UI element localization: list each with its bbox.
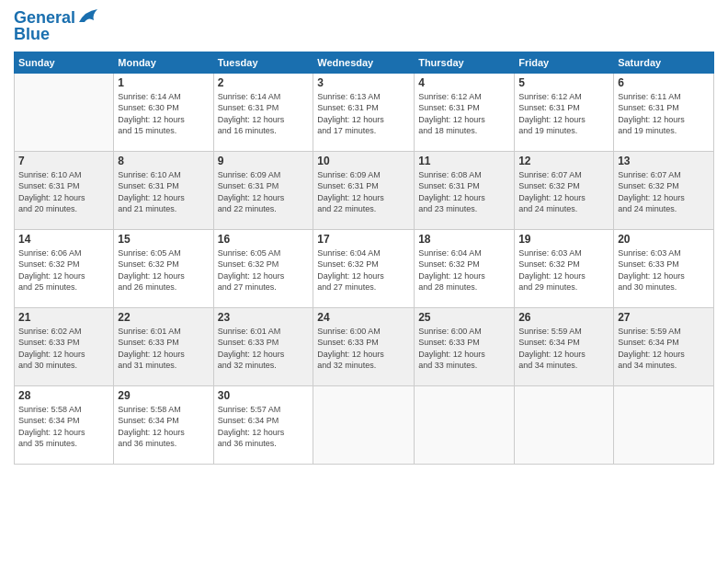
day-cell: 4Sunrise: 6:12 AM Sunset: 6:31 PM Daylig… <box>415 73 515 151</box>
day-cell: 6Sunrise: 6:11 AM Sunset: 6:31 PM Daylig… <box>614 73 714 151</box>
day-cell: 1Sunrise: 6:14 AM Sunset: 6:30 PM Daylig… <box>114 73 213 151</box>
day-number: 4 <box>418 76 510 89</box>
day-info: Sunrise: 6:05 AM Sunset: 6:32 PM Dayligh… <box>118 247 209 293</box>
day-number: 21 <box>18 311 109 324</box>
day-cell: 22Sunrise: 6:01 AM Sunset: 6:33 PM Dayli… <box>114 307 213 385</box>
day-number: 13 <box>618 155 710 167</box>
day-info: Sunrise: 6:04 AM Sunset: 6:32 PM Dayligh… <box>418 247 510 293</box>
day-number: 24 <box>317 311 410 324</box>
day-cell: 13Sunrise: 6:07 AM Sunset: 6:32 PM Dayli… <box>614 151 714 229</box>
week-row-5: 28Sunrise: 5:58 AM Sunset: 6:34 PM Dayli… <box>15 385 714 464</box>
day-cell: 14Sunrise: 6:06 AM Sunset: 6:32 PM Dayli… <box>15 229 114 307</box>
day-number: 25 <box>418 311 510 324</box>
page: General Blue SundayMondayTuesdayWednesda… <box>0 0 728 563</box>
day-info: Sunrise: 6:09 AM Sunset: 6:31 PM Dayligh… <box>317 169 410 215</box>
day-info: Sunrise: 6:14 AM Sunset: 6:31 PM Dayligh… <box>218 91 310 137</box>
col-header-saturday: Saturday <box>614 52 714 73</box>
day-cell: 28Sunrise: 5:58 AM Sunset: 6:34 PM Dayli… <box>15 385 114 464</box>
day-info: Sunrise: 6:00 AM Sunset: 6:33 PM Dayligh… <box>418 326 510 372</box>
day-info: Sunrise: 6:01 AM Sunset: 6:33 PM Dayligh… <box>218 326 310 372</box>
day-info: Sunrise: 6:06 AM Sunset: 6:32 PM Dayligh… <box>18 247 109 293</box>
day-cell: 16Sunrise: 6:05 AM Sunset: 6:32 PM Dayli… <box>213 229 313 307</box>
day-info: Sunrise: 6:08 AM Sunset: 6:31 PM Dayligh… <box>418 169 510 215</box>
day-number: 5 <box>518 76 609 89</box>
day-info: Sunrise: 6:03 AM Sunset: 6:33 PM Dayligh… <box>618 247 710 293</box>
day-info: Sunrise: 6:07 AM Sunset: 6:32 PM Dayligh… <box>518 169 609 215</box>
day-info: Sunrise: 5:58 AM Sunset: 6:34 PM Dayligh… <box>18 404 109 450</box>
day-number: 11 <box>418 155 510 167</box>
col-header-thursday: Thursday <box>415 52 515 73</box>
day-cell: 11Sunrise: 6:08 AM Sunset: 6:31 PM Dayli… <box>415 151 515 229</box>
day-info: Sunrise: 6:02 AM Sunset: 6:33 PM Dayligh… <box>18 326 109 372</box>
day-cell: 15Sunrise: 6:05 AM Sunset: 6:32 PM Dayli… <box>114 229 213 307</box>
day-cell: 19Sunrise: 6:03 AM Sunset: 6:32 PM Dayli… <box>515 229 614 307</box>
day-cell: 9Sunrise: 6:09 AM Sunset: 6:31 PM Daylig… <box>213 151 313 229</box>
day-cell <box>614 385 714 464</box>
day-cell: 27Sunrise: 5:59 AM Sunset: 6:34 PM Dayli… <box>614 307 714 385</box>
day-number: 1 <box>118 76 209 89</box>
day-info: Sunrise: 5:59 AM Sunset: 6:34 PM Dayligh… <box>518 326 609 372</box>
day-cell: 20Sunrise: 6:03 AM Sunset: 6:33 PM Dayli… <box>614 229 714 307</box>
day-number: 6 <box>618 76 710 89</box>
day-info: Sunrise: 6:04 AM Sunset: 6:32 PM Dayligh… <box>317 247 410 293</box>
header-row: SundayMondayTuesdayWednesdayThursdayFrid… <box>15 52 714 73</box>
day-number: 19 <box>518 233 609 246</box>
day-cell: 26Sunrise: 5:59 AM Sunset: 6:34 PM Dayli… <box>515 307 614 385</box>
day-cell <box>313 385 415 464</box>
day-info: Sunrise: 6:00 AM Sunset: 6:33 PM Dayligh… <box>317 326 410 372</box>
week-row-4: 21Sunrise: 6:02 AM Sunset: 6:33 PM Dayli… <box>15 307 714 385</box>
day-info: Sunrise: 6:12 AM Sunset: 6:31 PM Dayligh… <box>518 91 609 137</box>
day-number: 2 <box>218 76 310 89</box>
day-number: 12 <box>518 155 609 167</box>
day-info: Sunrise: 5:58 AM Sunset: 6:34 PM Dayligh… <box>118 404 209 450</box>
day-info: Sunrise: 6:09 AM Sunset: 6:31 PM Dayligh… <box>218 169 310 215</box>
day-cell: 12Sunrise: 6:07 AM Sunset: 6:32 PM Dayli… <box>515 151 614 229</box>
day-number: 10 <box>317 155 410 167</box>
day-number: 3 <box>317 76 410 89</box>
day-cell: 2Sunrise: 6:14 AM Sunset: 6:31 PM Daylig… <box>213 73 313 151</box>
col-header-friday: Friday <box>515 52 614 73</box>
day-number: 30 <box>218 389 310 402</box>
day-number: 8 <box>118 155 209 167</box>
day-cell: 29Sunrise: 5:58 AM Sunset: 6:34 PM Dayli… <box>114 385 213 464</box>
calendar-table: SundayMondayTuesdayWednesdayThursdayFrid… <box>14 52 714 465</box>
col-header-sunday: Sunday <box>15 52 114 73</box>
day-cell: 24Sunrise: 6:00 AM Sunset: 6:33 PM Dayli… <box>313 307 415 385</box>
day-number: 26 <box>518 311 609 324</box>
logo-text-blue: Blue <box>14 26 97 44</box>
week-row-3: 14Sunrise: 6:06 AM Sunset: 6:32 PM Dayli… <box>15 229 714 307</box>
day-info: Sunrise: 6:10 AM Sunset: 6:31 PM Dayligh… <box>118 169 209 215</box>
day-cell: 30Sunrise: 5:57 AM Sunset: 6:34 PM Dayli… <box>213 385 313 464</box>
logo-bird-icon <box>77 9 97 26</box>
day-cell <box>515 385 614 464</box>
day-info: Sunrise: 6:12 AM Sunset: 6:31 PM Dayligh… <box>418 91 510 137</box>
day-number: 7 <box>18 155 109 167</box>
day-info: Sunrise: 6:14 AM Sunset: 6:30 PM Dayligh… <box>118 91 209 137</box>
day-cell: 17Sunrise: 6:04 AM Sunset: 6:32 PM Dayli… <box>313 229 415 307</box>
day-number: 27 <box>618 311 710 324</box>
day-info: Sunrise: 5:59 AM Sunset: 6:34 PM Dayligh… <box>618 326 710 372</box>
day-info: Sunrise: 6:03 AM Sunset: 6:32 PM Dayligh… <box>518 247 609 293</box>
day-number: 17 <box>317 233 410 246</box>
header: General Blue <box>14 9 714 44</box>
day-number: 22 <box>118 311 209 324</box>
day-info: Sunrise: 6:07 AM Sunset: 6:32 PM Dayligh… <box>618 169 710 215</box>
day-number: 14 <box>18 233 109 246</box>
col-header-monday: Monday <box>114 52 213 73</box>
day-number: 28 <box>18 389 109 402</box>
week-row-2: 7Sunrise: 6:10 AM Sunset: 6:31 PM Daylig… <box>15 151 714 229</box>
day-info: Sunrise: 6:10 AM Sunset: 6:31 PM Dayligh… <box>18 169 109 215</box>
week-row-1: 1Sunrise: 6:14 AM Sunset: 6:30 PM Daylig… <box>15 73 714 151</box>
day-info: Sunrise: 6:01 AM Sunset: 6:33 PM Dayligh… <box>118 326 209 372</box>
day-number: 20 <box>618 233 710 246</box>
col-header-tuesday: Tuesday <box>213 52 313 73</box>
day-cell: 10Sunrise: 6:09 AM Sunset: 6:31 PM Dayli… <box>313 151 415 229</box>
day-info: Sunrise: 6:13 AM Sunset: 6:31 PM Dayligh… <box>317 91 410 137</box>
day-number: 29 <box>118 389 209 402</box>
day-cell: 8Sunrise: 6:10 AM Sunset: 6:31 PM Daylig… <box>114 151 213 229</box>
day-info: Sunrise: 5:57 AM Sunset: 6:34 PM Dayligh… <box>218 404 310 450</box>
day-cell: 3Sunrise: 6:13 AM Sunset: 6:31 PM Daylig… <box>313 73 415 151</box>
day-cell: 18Sunrise: 6:04 AM Sunset: 6:32 PM Dayli… <box>415 229 515 307</box>
day-cell: 25Sunrise: 6:00 AM Sunset: 6:33 PM Dayli… <box>415 307 515 385</box>
day-number: 9 <box>218 155 310 167</box>
